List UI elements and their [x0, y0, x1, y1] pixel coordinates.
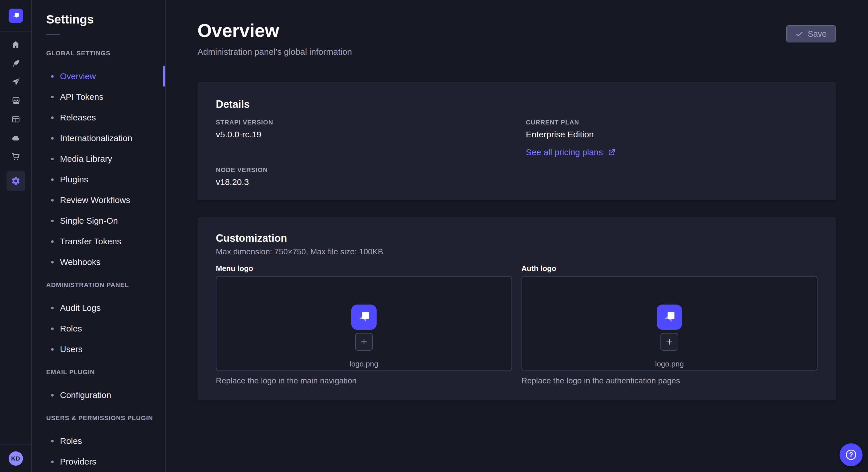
- bullet-icon: [51, 220, 54, 222]
- avatar-initials: KD: [11, 455, 20, 462]
- feather-icon: [11, 59, 20, 68]
- sidebar-item-email-configuration[interactable]: Configuration: [46, 385, 165, 405]
- rail-item-releases[interactable]: [7, 77, 25, 87]
- field-label: STRAPI VERSION: [216, 119, 507, 126]
- bullet-icon: [51, 348, 54, 351]
- sidebar-item-transfer-tokens[interactable]: Transfer Tokens: [46, 231, 165, 252]
- sidebar-item-media-library[interactable]: Media Library: [46, 148, 165, 169]
- strapi-logo-icon: [661, 308, 678, 326]
- rail-nav: [7, 40, 25, 191]
- sidebar-title: Settings: [46, 12, 165, 26]
- question-mark-icon: ?: [846, 450, 856, 460]
- page-header: Overview Administration panel’s global i…: [197, 20, 836, 57]
- page-title: Overview: [197, 20, 352, 42]
- rail-item-content-manager[interactable]: [7, 59, 25, 68]
- paper-plane-icon: [11, 77, 20, 87]
- rail-item-marketplace[interactable]: [7, 152, 25, 161]
- sidebar-item-users[interactable]: Users: [46, 339, 165, 360]
- sidebar-item-overview[interactable]: Overview: [46, 66, 165, 87]
- rail-item-content-type-builder[interactable]: [7, 115, 25, 124]
- sidebar-item-admin-roles[interactable]: Roles: [46, 318, 165, 339]
- menu-logo-hint: Replace the logo in the main navigation: [216, 376, 512, 385]
- gear-icon: [11, 176, 21, 186]
- customization-card-title: Customization: [216, 232, 817, 245]
- strapi-admin-app: KD Settings GLOBAL SETTINGS Overview API…: [0, 0, 868, 472]
- bullet-icon: [51, 199, 54, 202]
- field-strapi-version: STRAPI VERSION v5.0.0-rc.19: [216, 119, 507, 157]
- page-subtitle: Administration panel’s global informatio…: [197, 46, 352, 57]
- details-card-title: Details: [216, 98, 817, 111]
- auth-logo-filename: logo.png: [655, 360, 684, 369]
- sidebar-item-releases[interactable]: Releases: [46, 107, 165, 128]
- rail-divider-bottom: [0, 444, 31, 445]
- auth-logo-preview: [657, 305, 682, 330]
- field-current-plan: CURRENT PLAN Enterprise Edition See all …: [526, 119, 817, 157]
- sidebar-item-single-sign-on[interactable]: Single Sign-On: [46, 210, 165, 231]
- sidebar-item-webhooks[interactable]: Webhooks: [46, 252, 165, 272]
- sidebar-item-audit-logs[interactable]: Audit Logs: [46, 298, 165, 318]
- sidebar-item-internationalization[interactable]: Internationalization: [46, 128, 165, 148]
- sidebar-item-up-roles[interactable]: Roles: [46, 431, 165, 451]
- sidebar-item-api-tokens[interactable]: API Tokens: [46, 87, 165, 107]
- field-value: v18.20.3: [216, 177, 507, 188]
- section-header-administration-panel: ADMINISTRATION PANEL: [46, 272, 165, 298]
- strapi-logo[interactable]: [9, 9, 23, 23]
- plus-icon: [360, 338, 368, 346]
- save-button[interactable]: Save: [786, 25, 836, 42]
- bullet-icon: [51, 328, 54, 330]
- add-logo-button[interactable]: [355, 333, 373, 351]
- logo-upload-grid: Menu logo logo.png Replace the logo in t…: [216, 264, 817, 385]
- rail-bottom: KD: [0, 444, 31, 472]
- pricing-plans-link[interactable]: See all pricing plans: [526, 147, 616, 157]
- save-button-label: Save: [808, 29, 827, 39]
- sidebar-nav: GLOBAL SETTINGS Overview API Tokens Rele…: [46, 41, 165, 472]
- bullet-icon: [51, 394, 54, 397]
- active-item-indicator: [163, 66, 165, 87]
- sidebar-item-providers[interactable]: Providers: [46, 451, 165, 472]
- bullet-icon: [51, 440, 54, 442]
- strapi-logo-icon: [11, 11, 21, 21]
- add-logo-button[interactable]: [660, 333, 678, 351]
- main-content: Overview Administration panel’s global i…: [166, 0, 868, 472]
- auth-logo-upload: Auth logo logo.png Replace the logo in t…: [522, 264, 818, 385]
- rail-item-deploy[interactable]: [7, 133, 25, 142]
- bullet-icon: [51, 461, 54, 463]
- bullet-icon: [51, 137, 54, 140]
- customization-card-subtitle: Max dimension: 750×750, Max file size: 1…: [216, 247, 817, 257]
- bullet-icon: [51, 307, 54, 309]
- menu-logo-preview: [351, 305, 377, 330]
- menu-logo-upload: Menu logo logo.png Replace the logo in t…: [216, 264, 512, 385]
- auth-logo-dropzone[interactable]: logo.png: [522, 276, 818, 370]
- field-node-version: NODE VERSION v18.20.3: [216, 166, 507, 188]
- icon-rail: KD: [0, 0, 32, 472]
- bullet-icon: [51, 75, 54, 78]
- sidebar-title-rule: [46, 34, 60, 35]
- pricing-plans-link-label: See all pricing plans: [526, 147, 603, 157]
- field-label: NODE VERSION: [216, 166, 507, 174]
- field-value: Enterprise Edition: [526, 129, 817, 140]
- settings-sidebar: Settings GLOBAL SETTINGS Overview API To…: [32, 0, 166, 472]
- cloud-icon: [11, 133, 20, 142]
- rail-item-home[interactable]: [7, 40, 25, 49]
- bullet-icon: [51, 96, 54, 98]
- help-button[interactable]: ?: [840, 443, 863, 466]
- cart-icon: [11, 152, 20, 161]
- section-header-users-permissions-plugin: USERS & PERMISSIONS PLUGIN: [46, 405, 165, 431]
- avatar[interactable]: KD: [9, 451, 23, 466]
- sidebar-item-plugins[interactable]: Plugins: [46, 169, 165, 190]
- external-link-icon: [608, 148, 616, 157]
- bullet-icon: [51, 158, 54, 160]
- menu-logo-dropzone[interactable]: logo.png: [216, 276, 512, 370]
- rail-item-settings[interactable]: [7, 171, 25, 191]
- home-icon: [11, 40, 20, 49]
- sidebar-item-review-workflows[interactable]: Review Workflows: [46, 190, 165, 210]
- auth-logo-label: Auth logo: [522, 264, 818, 273]
- rail-divider: [0, 31, 31, 32]
- images-icon: [11, 96, 20, 105]
- bullet-icon: [51, 261, 54, 264]
- section-header-email-plugin: EMAIL PLUGIN: [46, 360, 165, 385]
- field-value: v5.0.0-rc.19: [216, 129, 507, 140]
- strapi-logo-icon: [355, 308, 373, 326]
- menu-logo-label: Menu logo: [216, 264, 512, 273]
- rail-item-media-library[interactable]: [7, 96, 25, 105]
